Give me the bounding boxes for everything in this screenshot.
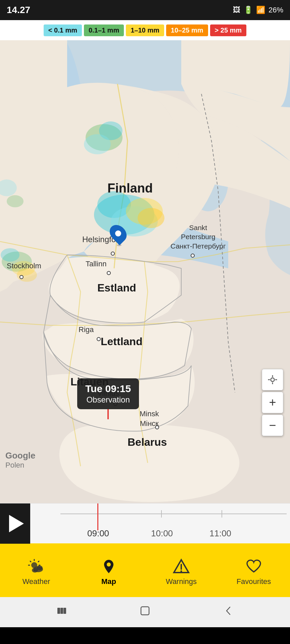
finland-label: Finland [107,181,153,196]
stockholm-dot [19,275,23,279]
timeline-track[interactable]: 09:00 10:00 11:00 [30,503,290,543]
image-icon: 🖼 [233,6,240,14]
wifi-icon: 📶 [256,6,265,14]
riga-label: Riga [79,325,94,334]
play-icon [9,515,24,532]
bottom-nav: Weather Map Warnings Favourites [0,543,290,597]
svg-point-12 [1,248,19,262]
legend-item-4: > 25 mm [210,24,247,36]
svg-point-10 [84,134,111,154]
timeline-label-2: 11:00 [209,528,231,539]
tooltip-time: Tue 09:15 [85,383,131,394]
svg-line-27 [30,561,31,562]
svg-point-32 [107,562,111,567]
legend-item-2: 1–10 mm [126,24,164,36]
riga-dot [97,337,101,341]
svg-point-31 [37,566,43,570]
map-container[interactable]: Finland Estland Lettland Litauen Belarus… [0,40,290,503]
zoom-out-button[interactable]: − [262,415,283,436]
status-icons: 🖼 🔋 📶 26% [233,6,283,14]
legend-item-0: < 0.1 mm [44,24,82,36]
battery-icon: 🔋 [244,6,253,14]
svg-rect-37 [63,608,66,614]
nav-label-weather: Weather [22,577,50,586]
legend-item-3: 10–25 mm [166,24,208,36]
battery-percent: 26% [269,6,283,14]
map-tooltip: Tue 09:15 Observation [77,378,139,409]
play-button[interactable] [0,503,30,544]
nav-label-warnings: Warnings [166,577,197,586]
svg-point-17 [271,378,275,382]
nav-item-favourites[interactable]: Favourites [224,558,284,586]
svg-point-7 [138,208,164,228]
locate-me-button[interactable] [262,369,283,390]
svg-line-28 [38,561,39,562]
stpetersburg-label: SanktPetersburgСанкт-Петербург [171,223,226,251]
tallinn-label: Tallinn [86,260,106,268]
recent-apps-button[interactable] [56,605,67,619]
estland-label: Estland [97,282,136,294]
zoom-in-button[interactable]: + [262,392,283,413]
lettland-label: Lettland [101,335,142,348]
legend-item-1: 0.1–1 mm [84,24,124,36]
helsingfors-dot [111,252,115,256]
nav-item-warnings[interactable]: Warnings [151,558,211,586]
favourites-icon [245,558,262,575]
weather-icon [28,558,45,575]
map-nav-icon [100,558,117,575]
nav-label-favourites: Favourites [237,577,271,586]
belarus-label: Belarus [128,436,167,448]
tooltip-line [107,409,109,419]
svg-point-14 [17,268,37,282]
home-button[interactable] [139,605,151,619]
timeline-label-1: 10:00 [151,528,173,539]
svg-rect-38 [141,607,149,615]
stpetersburg-dot [191,254,195,258]
warnings-icon [173,558,190,575]
location-pin [111,224,126,246]
nav-item-weather[interactable]: Weather [6,558,66,586]
svg-point-34 [181,571,182,572]
nav-label-map: Map [101,577,116,586]
status-bar: 14.27 🖼 🔋 📶 26% [0,0,290,20]
stockholm-label: Stockholm [7,262,41,270]
status-time: 14.27 [7,5,30,15]
legend-bar: < 0.1 mm 0.1–1 mm 1–10 mm 10–25 mm > 25 … [0,20,290,40]
tooltip-label: Observation [85,395,131,405]
timeline-bar[interactable]: 09:00 10:00 11:00 [0,503,290,543]
map-controls: + − [262,369,283,436]
google-logo: Google Polen [5,450,36,470]
tallinn-dot [107,271,111,275]
map-svg [0,40,290,503]
svg-point-16 [7,195,23,207]
svg-rect-36 [60,608,63,614]
minsk-dot [155,425,159,429]
svg-rect-35 [57,608,60,614]
timeline-label-0: 09:00 [87,528,109,539]
back-button[interactable] [223,605,234,619]
system-nav [0,597,290,627]
nav-item-map[interactable]: Map [79,558,139,586]
